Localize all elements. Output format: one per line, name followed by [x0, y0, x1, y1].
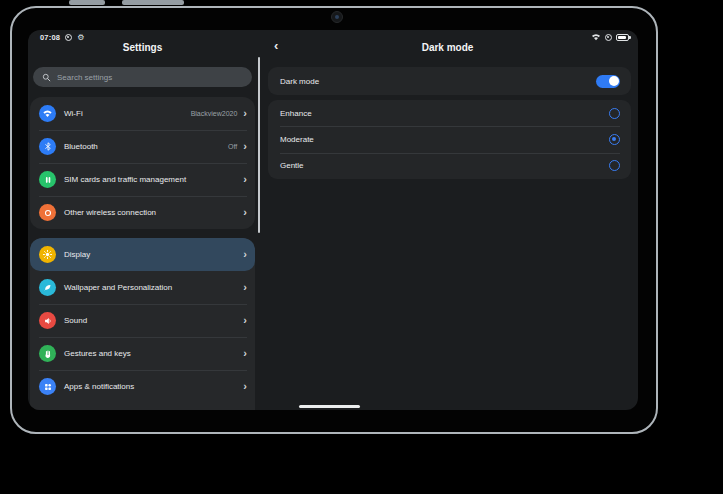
power-button: [69, 0, 105, 5]
sidebar-item-label: Bluetooth: [64, 142, 228, 151]
radio-button[interactable]: [609, 134, 620, 145]
option-gentle[interactable]: Gentle: [268, 153, 631, 179]
settings-group-network: Wi-Fi Blackview2020 › Bluetooth Off ›: [30, 97, 255, 229]
sidebar-item-gestures[interactable]: Gestures and keys ›: [30, 337, 255, 370]
front-camera: [331, 11, 343, 23]
search-placeholder: Search settings: [57, 73, 112, 82]
sim-card-icon: [39, 171, 56, 188]
search-icon: [42, 73, 51, 82]
sidebar-item-other-wireless[interactable]: Other wireless connection ›: [30, 196, 255, 229]
volume-button: [122, 0, 184, 5]
dark-mode-pane: ‹ Dark mode Dark mode Enhance Moderate: [257, 30, 638, 410]
speaker-icon: [39, 312, 56, 329]
toggle-row-label: Dark mode: [280, 77, 596, 86]
wifi-icon: [39, 105, 56, 122]
wireless-ring-icon: [39, 204, 56, 221]
sidebar-item-display[interactable]: Display ›: [30, 238, 255, 271]
chevron-right-icon: ›: [243, 207, 247, 218]
background: 07:08 ⚙ Settings: [0, 0, 723, 494]
chevron-right-icon: ›: [243, 282, 247, 293]
option-label: Enhance: [280, 109, 609, 118]
sidebar-item-wallpaper[interactable]: Wallpaper and Personalization ›: [30, 271, 255, 304]
chevron-right-icon: ›: [243, 249, 247, 260]
settings-group-personal: Display › Wallpaper and Personalization …: [30, 238, 255, 410]
sidebar-item-label: SIM cards and traffic management: [64, 175, 237, 184]
home-indicator[interactable]: [299, 405, 360, 408]
sidebar-item-value: Off: [228, 143, 237, 150]
bluetooth-icon: [39, 138, 56, 155]
sidebar-item-value: Blackview2020: [191, 110, 238, 117]
sidebar-item-sound[interactable]: Sound ›: [30, 304, 255, 337]
option-label: Gentle: [280, 161, 609, 170]
chevron-right-icon: ›: [243, 141, 247, 152]
sidebar-item-label: Other wireless connection: [64, 208, 237, 217]
sidebar-item-label: Apps & notifications: [64, 382, 243, 391]
hand-icon: [39, 345, 56, 362]
dark-mode-toggle[interactable]: [596, 75, 620, 88]
dark-mode-options-card: Enhance Moderate Gentle: [268, 100, 631, 179]
radio-button[interactable]: [609, 160, 620, 171]
sidebar-item-apps[interactable]: Apps & notifications ›: [30, 370, 255, 403]
sidebar-item-label: Sound: [64, 316, 243, 325]
option-enhance[interactable]: Enhance: [268, 100, 631, 126]
dark-mode-toggle-card: Dark mode: [268, 67, 631, 95]
chevron-right-icon: ›: [243, 174, 247, 185]
settings-pane: Settings Search settings Wi-Fi: [28, 30, 257, 410]
sun-icon: [39, 246, 56, 263]
sidebar-item-label: Wi-Fi: [64, 109, 191, 118]
sidebar-item-label: Gestures and keys: [64, 349, 243, 358]
dark-mode-toggle-row[interactable]: Dark mode: [268, 67, 631, 95]
chevron-right-icon: ›: [243, 381, 247, 392]
option-label: Moderate: [280, 135, 609, 144]
tablet-device: 07:08 ⚙ Settings: [10, 6, 658, 434]
chevron-right-icon: ›: [243, 108, 247, 119]
screen: 07:08 ⚙ Settings: [28, 30, 638, 410]
search-input[interactable]: Search settings: [33, 67, 252, 87]
sidebar-item-wifi[interactable]: Wi-Fi Blackview2020 ›: [30, 97, 255, 130]
wallpaper-icon: [39, 279, 56, 296]
sidebar-item-sim-cards[interactable]: SIM cards and traffic management ›: [30, 163, 255, 196]
sidebar-item-label: Wallpaper and Personalization: [64, 283, 243, 292]
chevron-right-icon: ›: [243, 348, 247, 359]
option-moderate[interactable]: Moderate: [268, 126, 631, 152]
detail-title: Dark mode: [257, 42, 638, 53]
chevron-right-icon: ›: [243, 315, 247, 326]
radio-button[interactable]: [609, 108, 620, 119]
page-title: Settings: [28, 42, 257, 53]
sidebar-item-bluetooth[interactable]: Bluetooth Off ›: [30, 130, 255, 163]
sidebar-item-label: Display: [64, 250, 243, 259]
apps-grid-icon: [39, 378, 56, 395]
